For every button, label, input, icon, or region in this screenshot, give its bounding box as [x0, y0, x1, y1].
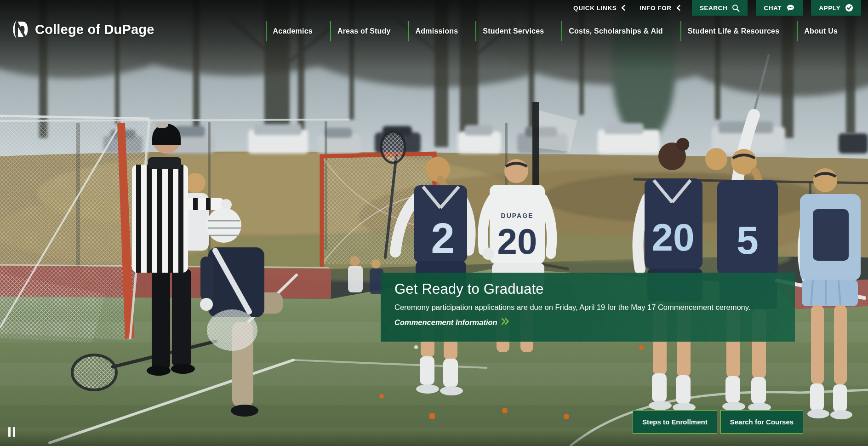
search-button[interactable]: SEARCH: [692, 0, 748, 16]
search-for-courses-button[interactable]: Search for Courses: [720, 410, 803, 434]
car: [248, 124, 308, 154]
info-for-menu[interactable]: INFO FOR: [637, 0, 683, 16]
brand-logo[interactable]: College of DuPage: [11, 19, 154, 40]
nav-item-areas-of-study[interactable]: Areas of Study: [330, 21, 391, 41]
quick-links-menu[interactable]: QUICK LINKS: [571, 0, 628, 16]
jersey-number: 2: [431, 215, 454, 262]
jersey-number: 20: [497, 221, 537, 262]
nav-item-admissions[interactable]: Admissions: [408, 21, 458, 41]
car: [839, 133, 868, 154]
hero-video-still: 2 DUPAGE 20: [0, 0, 868, 446]
nav-item-student-life-resources[interactable]: Student Life & Resources: [680, 21, 780, 41]
apply-label: APPLY: [819, 5, 840, 11]
nav-item-academics[interactable]: Academics: [266, 21, 313, 41]
jersey-number: 20: [651, 216, 694, 259]
main-nav: Academics Areas of Study Admissions Stud…: [266, 21, 838, 41]
chat-button[interactable]: CHAT: [756, 0, 803, 16]
pause-icon: [8, 427, 11, 437]
promo-panel: Get Ready to Graduate Ceremony participa…: [381, 273, 795, 342]
nav-item-about-us[interactable]: About Us: [797, 21, 838, 41]
check-circle-icon: [845, 4, 853, 12]
homepage: 2 DUPAGE 20: [0, 0, 868, 446]
speech-bubble-icon: [786, 4, 795, 12]
brand-name: College of DuPage: [35, 22, 154, 37]
cod-mark-icon: [11, 19, 29, 40]
info-for-label: INFO FOR: [640, 5, 671, 11]
cta-group: Steps to Enrollment Search for Courses: [633, 410, 803, 434]
video-pause-button[interactable]: [8, 426, 20, 437]
chat-label: CHAT: [764, 5, 782, 11]
nav-item-student-services[interactable]: Student Services: [475, 21, 544, 41]
chevron-left-icon: [676, 5, 681, 11]
jersey-team: DUPAGE: [501, 212, 534, 219]
ball: [414, 345, 418, 349]
jersey-number: 5: [737, 218, 759, 262]
pause-icon: [13, 427, 15, 437]
steps-to-enrollment-button[interactable]: Steps to Enrollment: [633, 410, 717, 434]
quick-links-label: QUICK LINKS: [573, 5, 617, 11]
search-label: SEARCH: [700, 5, 728, 11]
nav-item-costs-scholarships-aid[interactable]: Costs, Scholarships & Aid: [561, 21, 662, 41]
commencement-information-label: Commencement Information: [394, 318, 497, 327]
commencement-information-link[interactable]: Commencement Information: [394, 318, 510, 327]
double-chevron-right-icon: [501, 318, 510, 327]
chevron-left-icon: [621, 5, 626, 11]
utility-bar: QUICK LINKS INFO FOR SEARCH CHAT APPLY: [571, 0, 861, 16]
promo-body: Ceremony participation applications are …: [394, 303, 781, 312]
search-icon: [732, 4, 740, 12]
apply-button[interactable]: APPLY: [811, 0, 861, 16]
promo-title: Get Ready to Graduate: [394, 280, 781, 298]
